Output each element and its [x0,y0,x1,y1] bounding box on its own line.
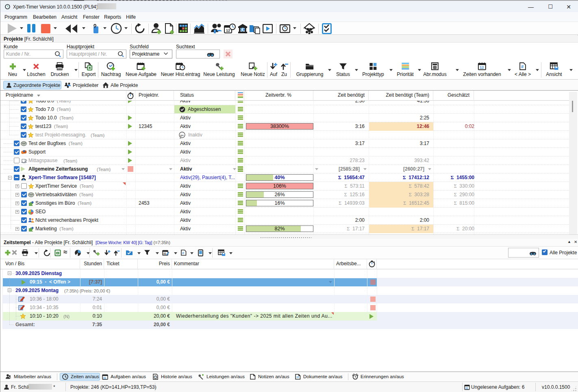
svg-text:31: 31 [163,252,167,255]
svg-text:#: # [182,251,184,255]
svg-text:31: 31 [103,377,106,379]
svg-text:12: 12 [226,28,230,32]
svg-text:#: # [521,64,524,69]
svg-text:12: 12 [480,65,484,69]
svg-text:31: 31 [465,387,469,390]
svg-text:€: € [241,28,244,32]
